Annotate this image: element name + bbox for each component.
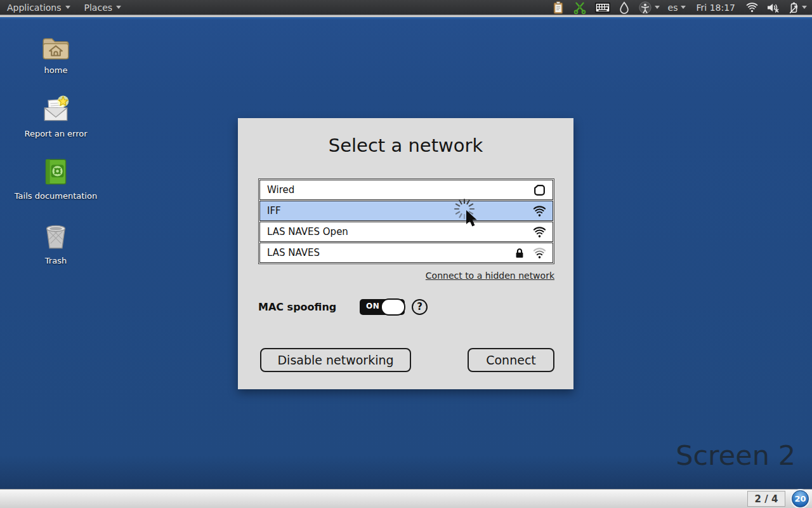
wifi-icon[interactable] (746, 2, 758, 13)
wifi-signal-icon (533, 205, 546, 217)
mac-spoofing-toggle[interactable]: ON (360, 299, 405, 315)
desktop-icon-label: Trash (45, 256, 67, 265)
places-menu[interactable]: Places (77, 0, 129, 15)
desktop-icon-report-error[interactable]: Report an error (15, 94, 97, 138)
lock-icon (514, 247, 525, 259)
connect-button[interactable]: Connect (468, 348, 554, 372)
wifi-signal-weak-icon (533, 247, 546, 259)
desktop-icon-label: home (44, 65, 68, 75)
chevron-down-icon (116, 6, 121, 9)
chevron-down-icon (655, 6, 660, 9)
battery-menu[interactable] (788, 1, 807, 14)
battery-icon (788, 1, 799, 14)
language-selector[interactable]: es (668, 3, 686, 13)
desktop-icon-home[interactable]: home (15, 32, 97, 75)
count-badge: 20 (792, 490, 809, 507)
top-panel: Applications Places (0, 0, 812, 15)
disable-networking-button[interactable]: Disable networking (260, 348, 411, 372)
scissors-icon[interactable] (573, 1, 587, 15)
applications-menu[interactable]: Applications (0, 0, 77, 15)
toggle-state-label: ON (366, 302, 379, 311)
network-name: LAS NAVES (267, 247, 514, 258)
keyboard-icon[interactable] (595, 1, 610, 14)
desktop-icon-tails-documentation[interactable]: Tails documentation (15, 156, 97, 201)
clipboard-icon[interactable] (552, 1, 565, 15)
language-label: es (668, 3, 678, 13)
desktop-icon-label: Tails documentation (15, 191, 97, 201)
wired-network-icon (533, 184, 546, 197)
dialog-title: Select a network (238, 135, 573, 156)
chevron-down-icon (681, 6, 686, 9)
network-name: Wired (267, 184, 533, 196)
network-name: LAS NAVES Open (267, 226, 533, 237)
network-row-las-naves-open[interactable]: LAS NAVES Open (259, 222, 553, 242)
help-icon[interactable]: ? (412, 299, 428, 315)
chevron-down-icon (802, 6, 807, 9)
accessibility-icon (638, 1, 652, 15)
home-folder-icon (40, 32, 72, 62)
report-error-icon (40, 94, 72, 126)
network-row-las-naves[interactable]: LAS NAVES (259, 243, 553, 263)
network-list: Wired IFF LAS NAVES Open (258, 178, 554, 264)
desktop-icon-label: Report an error (24, 129, 87, 138)
applications-menu-label: Applications (7, 3, 62, 13)
hidden-network-link[interactable]: Connect to a hidden network (426, 271, 554, 281)
system-tray: es Fri 18:17 (552, 1, 812, 15)
trash-icon (40, 221, 72, 253)
chevron-down-icon (65, 6, 70, 9)
mac-spoofing-label: MAC spoofing (258, 301, 336, 313)
water-drop-icon[interactable] (619, 1, 630, 14)
select-network-dialog: Select a network Wired IFF LAS NAV (238, 118, 573, 389)
network-name: IFF (267, 205, 533, 217)
bottom-bar: 2 / 4 20 (0, 489, 812, 508)
clock[interactable]: Fri 18:17 (694, 3, 738, 13)
toggle-knob (381, 298, 405, 316)
documentation-book-icon (40, 156, 72, 188)
network-row-iff[interactable]: IFF (259, 201, 553, 221)
network-row-wired[interactable]: Wired (259, 180, 553, 200)
screen-label: Screen 2 (676, 439, 796, 471)
desktop-icon-trash[interactable]: Trash (15, 221, 97, 265)
page-indicator: 2 / 4 (747, 491, 785, 507)
wifi-signal-icon (533, 226, 546, 238)
volume-muted-icon[interactable] (766, 2, 780, 13)
panel-bottom-bevel (0, 15, 812, 17)
places-menu-label: Places (84, 3, 113, 13)
accessibility-menu[interactable] (638, 1, 660, 15)
